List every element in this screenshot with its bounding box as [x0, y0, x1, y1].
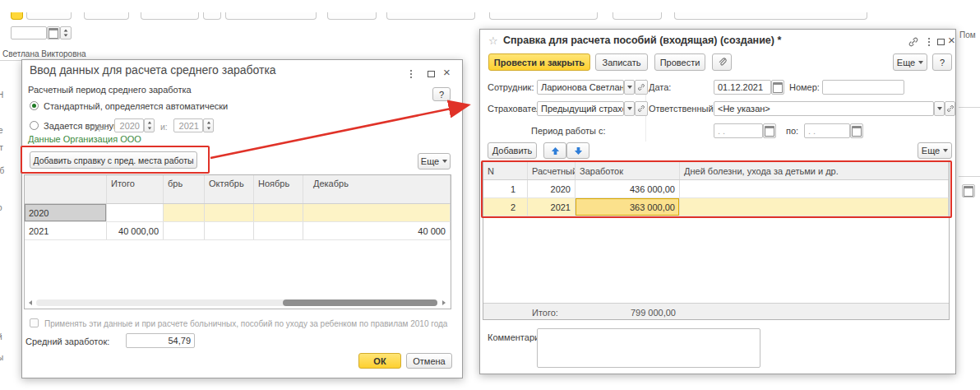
favorite-star-icon[interactable]: ☆: [488, 35, 498, 46]
month-cell[interactable]: [205, 222, 254, 239]
ok-button[interactable]: ОК: [358, 353, 401, 369]
work-period-to-input[interactable]: . .: [804, 123, 850, 138]
help-button[interactable]: ?: [932, 53, 952, 71]
year-cell[interactable]: 2021: [528, 198, 576, 216]
average-earnings-value[interactable]: 54,79: [126, 333, 195, 348]
close-icon[interactable]: ×: [443, 67, 451, 77]
radio-standard-label: Стандартный, определяется автоматически: [44, 100, 228, 114]
month-cell[interactable]: [254, 222, 303, 239]
link-icon[interactable]: [908, 36, 919, 48]
column-header[interactable]: Заработок: [576, 162, 680, 179]
add-certificate-button[interactable]: Добавить справку с пред. места работы: [30, 151, 197, 169]
days-cell[interactable]: [680, 198, 949, 216]
responsible-dropdown-button[interactable]: [934, 101, 945, 116]
year-cell[interactable]: 2021: [25, 222, 107, 239]
table-row[interactable]: 2020: [25, 204, 451, 222]
month-cell[interactable]: [303, 204, 451, 221]
amount-cell[interactable]: 436 000,00: [576, 180, 680, 197]
table-row-selected[interactable]: 2 2021 363 000,00: [483, 198, 949, 216]
radio-manual-period[interactable]: [30, 121, 39, 130]
maximize-icon[interactable]: [937, 39, 945, 45]
year-cell[interactable]: 2020: [528, 180, 576, 197]
background-calendar-button[interactable]: [47, 26, 60, 39]
background-text-fragment: от: [0, 143, 3, 152]
month-cell[interactable]: 40 000: [303, 222, 451, 239]
year-from-input[interactable]: 2020: [114, 118, 144, 132]
row-number-cell[interactable]: 2: [483, 198, 528, 216]
window-tab-fragment: [11, 12, 23, 20]
window-tab-fragment: [327, 12, 377, 20]
responsible-open-button[interactable]: [945, 101, 955, 116]
days-cell[interactable]: [680, 180, 949, 197]
month-cell[interactable]: [205, 204, 254, 221]
table-row[interactable]: 2021 40 000,00 40 000: [25, 222, 451, 240]
responsible-input[interactable]: <Не указан>: [714, 101, 934, 116]
post-and-close-button[interactable]: Провести и закрыть: [488, 53, 590, 71]
employee-open-button[interactable]: [635, 80, 648, 95]
add-row-button[interactable]: Добавить: [488, 142, 537, 159]
to-label: по:: [786, 124, 798, 138]
column-header[interactable]: [25, 175, 107, 203]
post-button[interactable]: Провести: [654, 53, 705, 71]
more-button[interactable]: Еще: [918, 142, 952, 159]
column-header[interactable]: Октябрь: [205, 175, 254, 203]
more-button[interactable]: Еще: [418, 153, 451, 169]
attachment-button[interactable]: [712, 53, 732, 71]
window-tab-fragment: [674, 12, 867, 20]
column-header[interactable]: Итого: [107, 175, 164, 203]
window-tab-fragment: [225, 12, 317, 20]
employee-input[interactable]: Ларионова Светлана Вик: [537, 80, 624, 95]
move-up-button[interactable]: [543, 142, 566, 159]
comment-textarea[interactable]: [537, 328, 760, 368]
column-header[interactable]: N: [483, 162, 528, 179]
employee-dropdown-button[interactable]: [624, 80, 635, 95]
table-row[interactable]: 1 2020 436 000,00: [483, 180, 949, 198]
month-cell[interactable]: [164, 222, 205, 239]
more-button[interactable]: Еще: [893, 53, 927, 71]
work-period-from-input[interactable]: . .: [714, 123, 763, 138]
scroll-left-icon[interactable]: [29, 300, 32, 305]
year-to-stepper[interactable]: [203, 118, 214, 132]
radio-standard-period[interactable]: [30, 101, 39, 110]
help-button[interactable]: ?: [432, 87, 451, 101]
number-input[interactable]: [822, 80, 904, 95]
column-header[interactable]: Декабрь: [303, 175, 451, 203]
month-cell[interactable]: [164, 204, 205, 221]
cancel-button[interactable]: Отмена: [406, 353, 452, 369]
work-period-from-calendar-button[interactable]: [763, 123, 776, 138]
amount-cell-active[interactable]: 363 000,00: [576, 198, 680, 216]
total-cell[interactable]: 40 000,00: [107, 222, 164, 239]
column-header[interactable]: Расчетный год: [528, 162, 576, 179]
month-cell[interactable]: [254, 204, 303, 221]
background-calendar-button[interactable]: [962, 184, 975, 197]
column-header[interactable]: Ноябрь: [254, 175, 303, 203]
insurer-open-button[interactable]: [635, 101, 648, 116]
move-down-button[interactable]: [566, 142, 589, 159]
row-number-cell[interactable]: 1: [483, 180, 528, 197]
date-calendar-button[interactable]: [771, 80, 784, 95]
background-spinner[interactable]: [60, 26, 72, 39]
work-period-to-calendar-button[interactable]: [850, 123, 863, 138]
year-from-stepper[interactable]: [144, 118, 155, 132]
kebab-menu-icon[interactable]: [928, 38, 930, 46]
insurer-dropdown-button[interactable]: [624, 101, 635, 116]
hscrollbar-track[interactable]: [36, 299, 437, 306]
background-text-fragment: й: [0, 332, 2, 341]
year-cell-active[interactable]: 2020: [25, 204, 107, 221]
insurer-input[interactable]: Предыдущий страховате: [537, 101, 624, 116]
maximize-icon[interactable]: [428, 71, 435, 77]
column-header[interactable]: Дней болезни, ухода за детьми и др.: [680, 162, 949, 179]
apply-2010-rules-checkbox[interactable]: [30, 318, 39, 327]
scroll-right-icon[interactable]: [442, 300, 446, 305]
spinner-up-icon: [206, 122, 210, 124]
background-date-input[interactable]: [11, 26, 47, 39]
close-icon[interactable]: ×: [948, 35, 955, 45]
kebab-menu-icon[interactable]: [410, 70, 412, 78]
hscrollbar-thumb[interactable]: [283, 299, 437, 306]
organization-data-link[interactable]: Данные Организация ООО: [28, 134, 141, 144]
total-cell[interactable]: [107, 204, 164, 221]
year-to-input[interactable]: 2021: [173, 118, 203, 132]
date-input[interactable]: 01.12.2021: [714, 80, 771, 95]
column-header[interactable]: брь: [164, 175, 205, 203]
save-button[interactable]: Записать: [595, 53, 648, 71]
